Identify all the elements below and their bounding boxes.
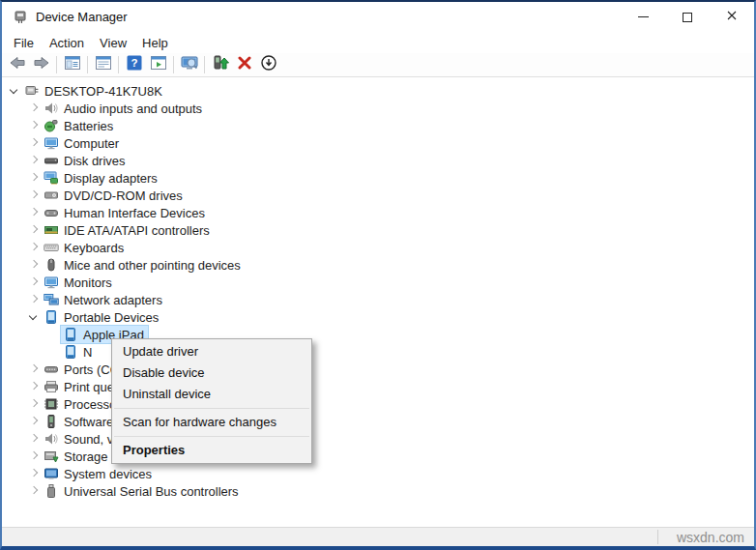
tree-item-label: Network adapters [64,293,162,307]
help-button[interactable]: ? [122,54,146,76]
chevron-right-icon[interactable] [26,414,42,429]
chevron-right-icon[interactable] [26,240,42,255]
tree-item-hid[interactable]: Human Interface Devices [2,204,754,221]
tree-item-label: DESKTOP-41K7U8K [44,84,162,99]
chevron-right-icon[interactable] [26,118,42,133]
disable-device-button[interactable] [256,54,280,76]
chevron-right-icon[interactable] [26,483,42,499]
maximize-button[interactable] [665,2,710,32]
chevron-right-icon[interactable] [26,449,42,464]
menu-view[interactable]: View [92,34,134,52]
chevron-right-icon[interactable] [26,292,42,307]
portable-device-icon [44,309,59,325]
menu-action[interactable]: Action [42,34,92,52]
chevron-right-icon[interactable] [26,431,42,447]
tree-item-label: Mice and other pointing devices [64,258,241,273]
context-menu-item-update-driver[interactable]: Update driver [112,341,311,362]
tree-item-mice[interactable]: Mice and other pointing devices [2,256,754,274]
tree-item-system-devices[interactable]: System devices [2,465,754,482]
back-button[interactable] [5,54,29,76]
console-tree-icon [64,54,81,75]
help-icon: ? [126,54,143,75]
title-bar: Device Manager [2,2,754,32]
context-menu-item-scan-hardware[interactable]: Scan for hardware changes [112,412,311,433]
portable-device-icon [63,327,78,342]
action-window-icon [150,54,167,75]
keyboard-icon [44,240,59,255]
mouse-icon [44,257,59,273]
computer-root-icon [24,83,40,99]
scan-hardware-icon [181,54,198,75]
tree-item-label: Monitors [64,275,112,290]
minimize-button[interactable] [621,2,665,32]
chevron-right-icon[interactable] [26,153,42,168]
speaker-icon [44,101,59,116]
chevron-right-icon[interactable] [26,135,42,151]
serial-port-icon [44,362,59,377]
chevron-right-icon[interactable] [26,362,42,377]
toolbar-separator [204,56,205,73]
tree-item-dvd[interactable]: DVD/CD-ROM drives [2,187,754,204]
tree-item-display-adapters[interactable]: Display adapters [2,169,754,187]
properties-window-icon [95,54,112,75]
tree-item-label: Human Interface Devices [64,206,205,220]
context-menu-item-properties[interactable]: Properties [112,440,311,461]
context-menu-item-disable-device[interactable]: Disable device [112,362,311,384]
context-menu-item-uninstall-device[interactable]: Uninstall device [112,384,311,405]
chevron-right-icon[interactable] [26,188,42,203]
chevron-right-icon[interactable] [26,396,42,412]
close-button[interactable] [710,2,754,32]
chevron-right-icon[interactable] [26,222,42,238]
tree-item-batteries[interactable]: Batteries [2,117,754,134]
chevron-spacer [45,327,61,342]
update-driver-button[interactable] [208,54,232,76]
monitor-icon [44,135,59,151]
tree-item-disk-drives[interactable]: Disk drives [2,152,754,169]
watermark-text: wsxdn.com [677,528,744,546]
tree-item-portable-devices[interactable]: Portable Devices [2,308,754,326]
menu-help[interactable]: Help [134,34,176,52]
forward-button[interactable] [29,54,53,76]
tree-item-usb-controllers[interactable]: Universal Serial Bus controllers [2,482,754,500]
tree-item-label: System devices [64,467,152,481]
chevron-right-icon[interactable] [26,170,42,186]
update-driver-icon [212,54,229,75]
cpu-icon [44,396,59,412]
tree-item-label: N [83,345,92,360]
toolbar: ? [2,53,754,77]
tree-item-audio[interactable]: Audio inputs and outputs [2,100,754,117]
storage-controller-icon [44,449,59,464]
chevron-down-icon[interactable] [26,309,42,325]
chevron-right-icon[interactable] [26,205,42,220]
scan-hardware-changes-button[interactable] [177,54,201,76]
action-window-button[interactable] [146,54,170,76]
sound-icon [44,431,59,447]
tree-item-keyboards[interactable]: Keyboards [2,239,754,256]
chevron-right-icon[interactable] [26,257,42,273]
chevron-right-icon[interactable] [26,379,42,394]
system-device-icon [44,466,59,481]
chevron-spacer [45,344,61,360]
tree-item-network-adapters[interactable]: Network adapters [2,291,754,308]
tree-item-label: Disk drives [64,154,126,168]
chevron-right-icon[interactable] [26,466,42,481]
network-icon [44,292,59,307]
uninstall-device-button[interactable] [232,54,256,76]
tree-item-monitors[interactable]: Monitors [2,274,754,291]
toolbar-separator [87,56,88,73]
tree-item-label: Portable Devices [64,310,159,325]
chevron-down-icon[interactable] [7,83,22,99]
ide-controller-icon [44,222,59,238]
usb-icon [44,483,59,499]
battery-icon [44,118,59,133]
portable-device-icon [63,344,78,360]
properties-panel-button[interactable] [91,54,115,76]
chevron-right-icon[interactable] [26,275,42,290]
tree-item-computer[interactable]: Computer [2,134,754,152]
uninstall-x-icon [236,54,253,75]
show-console-tree-button[interactable] [60,54,84,76]
tree-item-ide[interactable]: IDE ATA/ATAPI controllers [2,221,754,239]
menu-file[interactable]: File [6,34,42,52]
chevron-right-icon[interactable] [26,101,42,116]
tree-item-computer-root[interactable]: DESKTOP-41K7U8K [2,82,754,100]
